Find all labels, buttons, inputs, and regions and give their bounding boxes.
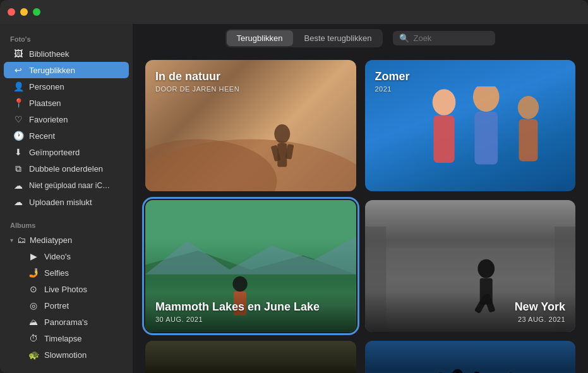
card-text-4: New York 23 AUG. 2021: [365, 292, 576, 332]
portret-icon: ◎: [28, 300, 39, 311]
sidebar-item-selfies[interactable]: 🤳 Selfies: [4, 264, 129, 281]
card-text-5: In de natuur: [145, 366, 356, 373]
card-subtitle-4: 23 AUG. 2021: [375, 316, 566, 323]
sidebar-item-live-photos[interactable]: ⊙ Live Photos: [4, 281, 129, 297]
svg-marker-13: [145, 236, 356, 275]
sidebar-item-label: Geïmporteerd: [29, 148, 80, 157]
niet-geupload-icon: ☁: [13, 181, 24, 191]
memory-card-6[interactable]: [365, 341, 576, 373]
sidebar-item-favorieten[interactable]: ♡ Favorieten: [4, 111, 129, 127]
timelapse-icon: ⏱: [28, 333, 39, 343]
svg-point-2: [274, 124, 290, 143]
sidebar-item-bibliotheek[interactable]: 🖼 Bibliotheek: [4, 45, 129, 62]
card-subtitle-2: 2021: [375, 85, 566, 93]
memory-card-5[interactable]: In de natuur: [145, 341, 356, 373]
sidebar-item-terugblikken[interactable]: ↩ Terugblikken: [4, 62, 129, 78]
card-text-1: In de natuur DOOR DE JAREN HEEN: [145, 60, 356, 103]
sidebar-item-label: Dubbele onderdelen: [29, 164, 103, 174]
toolbar: Terugblikken Beste terugblikken 🔍: [133, 24, 588, 52]
sidebar-item-dubbele[interactable]: ⧉ Dubbele onderdelen: [4, 160, 129, 177]
memory-card-4[interactable]: New York 23 AUG. 2021: [365, 200, 576, 331]
sidebar-item-label: Portret: [44, 301, 69, 311]
sidebar-item-panoramas[interactable]: ⛰ Panorama's: [4, 314, 129, 330]
content-area: Terugblikken Beste terugblikken 🔍: [133, 24, 588, 373]
sidebar-item-niet-geupload[interactable]: ☁ Niet geüpload naar iC…: [4, 177, 129, 194]
memory-card-1[interactable]: In de natuur DOOR DE JAREN HEEN: [145, 60, 356, 191]
sidebar-item-portret[interactable]: ◎ Portret: [4, 297, 129, 314]
sidebar-item-label: Recent: [29, 131, 55, 141]
card-text-2: Zomer 2021: [365, 60, 576, 103]
bibliotheek-icon: 🖼: [13, 49, 24, 59]
card-subtitle-3: 30 AUG. 2021: [155, 316, 346, 323]
sidebar-section-albums: Albums: [0, 216, 133, 232]
sidebar-item-label: Bibliotheek: [29, 49, 69, 59]
card-subtitle-1: DOOR DE JAREN HEEN: [155, 85, 346, 93]
svg-point-19: [477, 259, 495, 278]
memory-grid: In de natuur DOOR DE JAREN HEEN: [145, 60, 575, 373]
sidebar-item-label: Live Photos: [44, 285, 87, 294]
sidebar-item-label: Timelapse: [44, 334, 81, 343]
sidebar-item-label: Terugblikken: [29, 66, 75, 75]
sidebar-section-fotos: Foto's: [0, 30, 133, 45]
card-text-3: Mammoth Lakes en June Lake 30 AUG. 2021: [145, 292, 356, 332]
close-button[interactable]: [8, 8, 15, 16]
sidebar: Foto's 🖼 Bibliotheek ↩ Terugblikken 👤 Pe…: [0, 24, 133, 373]
card-title-2: Zomer: [375, 70, 566, 84]
maximize-button[interactable]: [33, 8, 40, 16]
sidebar-item-timelapse[interactable]: ⏱ Timelapse: [4, 330, 129, 346]
sidebar-group-mediatypen[interactable]: ▾ 🗂 Mediatypen: [4, 232, 129, 248]
minimize-button[interactable]: [20, 8, 28, 16]
sidebar-item-personen[interactable]: 👤 Personen: [4, 78, 129, 95]
sidebar-item-label: Panorama's: [44, 317, 88, 327]
title-bar: [0, 0, 588, 24]
tab-terugblikken[interactable]: Terugblikken: [227, 30, 293, 46]
selfies-icon: 🤳: [28, 268, 39, 278]
search-box[interactable]: 🔍: [393, 31, 495, 45]
sidebar-item-label: Selfies: [44, 268, 69, 278]
sidebar-item-recent[interactable]: 🕐 Recent: [4, 127, 129, 144]
svg-point-26: [452, 369, 463, 373]
card-title-1: In de natuur: [155, 70, 346, 84]
personen-icon: 👤: [13, 81, 24, 92]
sidebar-item-plaatsen[interactable]: 📍 Plaatsen: [4, 95, 129, 111]
sidebar-group-label: Mediatypen: [30, 235, 72, 245]
dubbele-icon: ⧉: [13, 163, 24, 174]
sidebar-item-geimporteerd[interactable]: ⬇ Geïmporteerd: [4, 144, 129, 160]
tab-beste-terugblikken[interactable]: Beste terugblikken: [294, 30, 382, 46]
live-photos-icon: ⊙: [28, 284, 39, 294]
memory-card-3[interactable]: Mammoth Lakes en June Lake 30 AUG. 2021: [145, 200, 356, 331]
tab-group: Terugblikken Beste terugblikken: [225, 29, 383, 47]
panoramas-icon: ⛰: [28, 317, 39, 327]
search-input[interactable]: [413, 33, 489, 43]
recent-icon: 🕐: [13, 131, 24, 141]
svg-rect-7: [433, 115, 454, 163]
sidebar-item-uploaden-mislukt[interactable]: ☁ Uploaden mislukt: [4, 194, 129, 210]
sidebar-item-videos[interactable]: ▶ Video's: [4, 248, 129, 264]
card-title-4: New York: [375, 300, 566, 314]
svg-rect-9: [474, 112, 498, 164]
chevron-down-icon: ▾: [10, 237, 13, 244]
sidebar-item-slowmotion[interactable]: 🐢 Slowmotion: [4, 346, 129, 363]
slowmotion-icon: 🐢: [28, 350, 39, 360]
card-image-6: [365, 346, 576, 373]
grid-area: In de natuur DOOR DE JAREN HEEN: [133, 52, 588, 373]
sidebar-item-label: Personen: [29, 82, 64, 92]
svg-rect-11: [519, 119, 537, 161]
sidebar-item-label: Video's: [44, 252, 71, 261]
memory-card-2[interactable]: Zomer 2021: [365, 60, 576, 191]
folder-icon: 🗂: [16, 235, 27, 245]
traffic-lights: [8, 8, 40, 16]
plaatsen-icon: 📍: [13, 98, 24, 108]
sidebar-item-label: Niet geüpload naar iC…: [29, 181, 110, 190]
sidebar-item-label: Slowmotion: [44, 350, 87, 360]
sidebar-item-label: Favorieten: [29, 115, 68, 124]
favorieten-icon: ♡: [13, 114, 24, 124]
sidebar-item-label: Uploaden mislukt: [29, 198, 92, 207]
geimporteerd-icon: ⬇: [13, 147, 24, 157]
svg-point-14: [232, 276, 247, 292]
app-body: Foto's 🖼 Bibliotheek ↩ Terugblikken 👤 Pe…: [0, 24, 588, 373]
sidebar-item-label: Plaatsen: [29, 98, 61, 108]
search-icon: 🔍: [399, 33, 409, 43]
terugblikken-icon: ↩: [13, 65, 24, 75]
uploaden-mislukt-icon: ☁: [13, 197, 24, 207]
